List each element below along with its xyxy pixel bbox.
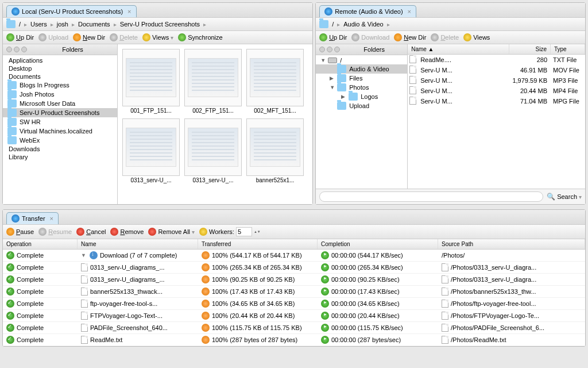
newdir-button[interactable]: New Dir xyxy=(394,33,426,41)
remote-file-list[interactable]: Name ▲ Size Type ReadMe....280TXT FileSe… xyxy=(408,44,585,189)
sync-button[interactable]: Synchronize xyxy=(178,33,223,41)
thumbnail[interactable]: 0313_serv-U_... xyxy=(122,118,180,183)
breadcrumb-segment[interactable]: josh xyxy=(57,21,68,28)
tree-arrow[interactable]: ▶ xyxy=(330,75,334,81)
updir-button[interactable]: Up Dir xyxy=(6,33,34,41)
cancel-button[interactable]: Cancel xyxy=(76,228,106,236)
close-icon[interactable]: × xyxy=(50,215,53,222)
folder-item[interactable]: Desktop xyxy=(3,64,117,72)
file-row[interactable]: Serv-U M...71.04 MBMPG File xyxy=(408,96,585,106)
col-size[interactable]: Size xyxy=(509,44,551,54)
folder-icon xyxy=(337,74,346,82)
col-name[interactable]: Name xyxy=(78,239,198,249)
upload-button[interactable]: Upload xyxy=(38,33,68,41)
thumbnail[interactable]: 002_FTP_151... xyxy=(184,49,242,114)
thumbnail[interactable]: 002_MFT_151... xyxy=(246,49,304,114)
file-icon xyxy=(408,76,418,85)
transfer-row[interactable]: Completebanner525x133_thwack...100% (17.… xyxy=(3,286,585,298)
chevron-icon: ▸ xyxy=(72,21,75,28)
breadcrumb-segment[interactable]: Serv-U Product Screenshots xyxy=(120,21,200,28)
remote-folder-tree[interactable]: ▼/Audio & Video▶Files▼Photos▶LogosUpload xyxy=(316,55,407,189)
tree-item[interactable]: ▼Photos xyxy=(316,83,407,92)
transfer-row[interactable]: Completeftp-voyager-free-tool-s...100% (… xyxy=(3,298,585,310)
folder-item[interactable]: Josh Photos xyxy=(3,90,117,99)
breadcrumb-segment[interactable]: / xyxy=(332,21,334,28)
local-tab[interactable]: Local (Serv-U Product Screenshots) × xyxy=(6,5,137,17)
workers-icon xyxy=(199,228,207,236)
folder-item[interactable]: Documents xyxy=(3,72,117,80)
views-button[interactable]: Views ▾ xyxy=(142,33,173,41)
thumbnail[interactable]: 001_FTP_151... xyxy=(122,49,180,114)
file-row[interactable]: Serv-U M...1,979.59 KBMP3 File xyxy=(408,75,585,86)
newdir-button[interactable]: New Dir xyxy=(73,33,105,41)
tree-item[interactable]: ▶Files xyxy=(316,74,407,83)
col-name[interactable]: Name ▲ xyxy=(408,44,509,54)
delete-button[interactable]: Delete xyxy=(431,33,459,41)
row-name: Download (7 of 7 complete) xyxy=(100,252,177,259)
col-operation[interactable]: Operation xyxy=(3,239,78,249)
folder-item[interactable]: Microsoft User Data xyxy=(3,99,117,108)
file-row[interactable]: Serv-U M...46.91 MBMOV File xyxy=(408,65,585,75)
folder-item[interactable]: Serv-U Product Screenshots xyxy=(3,108,117,117)
tree-item[interactable]: ▶Logos xyxy=(316,92,407,101)
folder-item[interactable]: SW HR xyxy=(3,117,117,126)
file-row[interactable]: ReadMe....280TXT File xyxy=(408,55,585,65)
col-type[interactable]: Type xyxy=(551,44,585,54)
folder-label: Microsoft User Data xyxy=(20,100,75,107)
breadcrumb-segment[interactable]: Documents xyxy=(78,21,110,28)
delete-button[interactable]: Delete xyxy=(110,33,138,41)
thumbnail-grid[interactable]: 001_FTP_151...002_FTP_151...002_MFT_151.… xyxy=(118,44,312,204)
search-button[interactable]: 🔍 Search ▾ xyxy=(547,193,582,201)
col-source[interactable]: Source Path xyxy=(438,239,585,249)
transfer-row[interactable]: CompleteFTPVoyager-Logo-Text-...100% (20… xyxy=(3,310,585,322)
folder-item[interactable]: Downloads xyxy=(3,145,117,153)
col-completion[interactable]: Completion xyxy=(318,239,438,249)
breadcrumb-segment[interactable]: Audio & Video xyxy=(343,21,384,28)
file-list-header[interactable]: Name ▲ Size Type xyxy=(408,44,585,55)
folder-item[interactable]: Blogs In Progress xyxy=(3,80,117,90)
col-transferred[interactable]: Transferred xyxy=(198,239,318,249)
workers-control[interactable]: Workers: ▲▼ xyxy=(199,227,261,236)
thumbnail[interactable]: 0313_serv-U_... xyxy=(184,118,242,183)
tree-label: Upload xyxy=(349,102,369,109)
file-row[interactable]: Serv-U M...20.44 MBMP4 File xyxy=(408,86,585,96)
local-breadcrumb[interactable]: /▸Users▸josh▸Documents▸Serv-U Product Sc… xyxy=(3,17,312,31)
expand-icon[interactable]: ▼ xyxy=(81,252,86,258)
tree-arrow[interactable]: ▼ xyxy=(330,85,334,90)
removeall-button[interactable]: Remove All ▾ xyxy=(148,228,195,236)
tree-item[interactable]: ▼/ xyxy=(316,56,407,64)
folder-item[interactable]: Library xyxy=(3,153,117,161)
breadcrumb-segment[interactable]: / xyxy=(19,21,21,28)
folder-item[interactable]: WebEx xyxy=(3,136,117,145)
remove-button[interactable]: Remove xyxy=(110,228,144,236)
transfer-tab[interactable]: Transfer × xyxy=(6,212,59,224)
transfer-row[interactable]: CompletePADFile_Screenshot_640...100% (1… xyxy=(3,322,585,334)
transfer-header[interactable]: Operation Name Transferred Completion So… xyxy=(3,239,585,250)
local-folder-list[interactable]: ApplicationsDesktopDocumentsBlogs In Pro… xyxy=(3,55,117,204)
op-label: Complete xyxy=(17,264,44,271)
tree-arrow[interactable]: ▼ xyxy=(320,57,325,63)
tree-arrow[interactable]: ▶ xyxy=(341,94,346,99)
tree-item[interactable]: Audio & Video xyxy=(316,64,407,74)
views-button[interactable]: Views xyxy=(463,33,490,41)
transfer-row[interactable]: Complete0313_serv-U_diagrams_...100% (90… xyxy=(3,274,585,286)
close-icon[interactable]: × xyxy=(127,8,131,15)
tree-item[interactable]: Upload xyxy=(316,101,407,110)
transfer-row[interactable]: CompleteReadMe.txt100% (287 bytes of 287… xyxy=(3,334,585,346)
remote-tab[interactable]: Remote (Audio & Video) × xyxy=(319,5,416,17)
thumbnail[interactable]: banner525x1... xyxy=(246,118,304,183)
transfer-row[interactable]: Complete0313_serv-U_diagrams_...100% (26… xyxy=(3,262,585,274)
resume-button[interactable]: Resume xyxy=(38,228,72,236)
breadcrumb-segment[interactable]: Users xyxy=(30,21,47,28)
close-icon[interactable]: × xyxy=(408,8,411,15)
remote-breadcrumb[interactable]: /▸Audio & Video▸ xyxy=(316,17,585,31)
updir-button[interactable]: Up Dir xyxy=(319,33,347,41)
search-input[interactable] xyxy=(319,191,543,202)
workers-input[interactable] xyxy=(236,227,252,236)
folder-item[interactable]: Virtual Machines.localized xyxy=(3,126,117,136)
transfer-row[interactable]: Complete▼Download (7 of 7 complete)100% … xyxy=(3,250,585,262)
pause-button[interactable]: Pause xyxy=(6,228,34,236)
speed-icon xyxy=(321,324,329,332)
folder-item[interactable]: Applications xyxy=(3,56,117,64)
download-button[interactable]: Download xyxy=(351,33,389,41)
